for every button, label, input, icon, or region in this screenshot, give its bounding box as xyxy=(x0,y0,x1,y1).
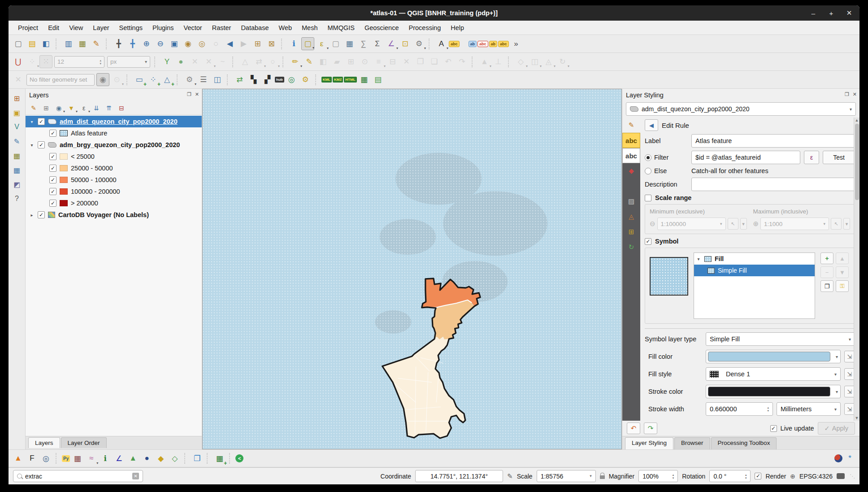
layer-visibility-checkbox[interactable]: ✓ xyxy=(38,118,45,125)
todo-list-icon[interactable]: ☰ xyxy=(197,73,210,86)
redo-icon[interactable]: ↷ xyxy=(456,55,469,68)
enable-tracing-icon[interactable]: ▲▾ xyxy=(478,55,491,68)
vertex-delete-icon[interactable]: ✕ xyxy=(188,55,201,68)
layer-visibility-checkbox[interactable]: ✓ xyxy=(49,165,56,172)
menu-raster[interactable]: Raster xyxy=(207,22,236,34)
remove-layer-icon[interactable]: ⊟ xyxy=(116,103,127,113)
zoom-to-selection-icon[interactable]: ◎ xyxy=(195,37,208,50)
rotation-spin[interactable]: 0.0 ° ▴▾ xyxy=(709,470,751,482)
menu-mmqgis[interactable]: MMQGIS xyxy=(323,22,360,34)
menu-settings[interactable]: Settings xyxy=(114,22,148,34)
zoom-native-icon[interactable]: ◌ xyxy=(209,37,222,50)
zoom-to-filter-icon[interactable]: ⊙▾ xyxy=(110,73,123,86)
split-features-icon[interactable]: ◫▾ xyxy=(528,55,541,68)
new-map-view-icon[interactable]: ⊞ xyxy=(251,37,264,50)
duplicate-symbol-layer-button[interactable]: ❐ xyxy=(820,280,833,292)
symbol-layer-type-combo[interactable]: Simple Fill ▾ xyxy=(706,332,855,346)
attribute-grid-icon[interactable]: ▦ xyxy=(71,452,84,465)
show-hide-labels-icon[interactable]: abc xyxy=(498,41,509,47)
pan-map-icon[interactable]: ╋ xyxy=(112,37,125,50)
terrain-profile-icon[interactable]: ▲ xyxy=(126,452,139,465)
globe-earth-icon[interactable]: ● xyxy=(140,452,153,465)
layer-visibility-checkbox[interactable]: ✓ xyxy=(49,188,56,195)
render-checkbox[interactable]: ✓ xyxy=(755,473,761,479)
collapse-all-icon[interactable]: ⇈ xyxy=(103,103,115,113)
statistical-summary-icon[interactable]: Σ xyxy=(371,37,384,50)
layer-visibility-checkbox[interactable]: ✓ xyxy=(49,130,56,137)
tab-layers[interactable]: Layers xyxy=(28,437,60,448)
deselect-features-icon[interactable]: ▢ xyxy=(329,37,342,50)
messages-icon[interactable] xyxy=(837,473,845,479)
tab-processing-toolbox[interactable]: Processing Toolbox xyxy=(711,437,777,449)
clear-search-icon[interactable]: ✕ xyxy=(132,473,139,479)
qgis2threejs-icon[interactable]: ◆ xyxy=(154,452,167,465)
undo-icon[interactable]: ↶ xyxy=(442,55,455,68)
vertex-editor-icon[interactable]: ⊙ xyxy=(358,55,371,68)
stroke-color-button[interactable]: ▾ xyxy=(706,385,841,398)
zoom-last-icon[interactable]: ◀ xyxy=(223,37,236,50)
move-up-button[interactable]: ▲ xyxy=(836,253,849,264)
float-panel-icon[interactable]: ❐ xyxy=(187,91,191,97)
layer-visibility-checkbox[interactable]: ✓ xyxy=(38,141,45,148)
new-virtual-layer-icon[interactable]: ▦ xyxy=(11,150,23,161)
minimize-button[interactable]: – xyxy=(809,9,817,17)
field-calculator-icon[interactable]: ∑ xyxy=(357,37,370,50)
options-wrench-icon[interactable]: ⚙▾ xyxy=(183,73,196,86)
osm-place-search-icon[interactable]: ◎ xyxy=(39,452,52,465)
highlight-labels-icon[interactable]: abc xyxy=(477,41,488,47)
rotate-feature-icon[interactable]: ↻▾ xyxy=(556,55,569,68)
layer-tree-item[interactable]: ✓50000 - 100000 xyxy=(26,174,202,186)
coordinate-input[interactable]: 14.7751°, 121.1374° xyxy=(415,470,503,482)
checker-green-icon[interactable]: ▦ xyxy=(358,73,371,86)
kml-badge-icon[interactable]: KML xyxy=(321,77,332,83)
menu-vector[interactable]: Vector xyxy=(179,22,207,34)
toolbar-overflow-icon[interactable]: » xyxy=(510,37,523,50)
diagram-options-icon[interactable] xyxy=(460,40,468,48)
tab-layer-styling[interactable]: Layer Styling xyxy=(625,437,673,449)
panel-layout-icon[interactable]: ◫ xyxy=(211,73,224,86)
fill-color-button[interactable]: ▾ xyxy=(706,350,841,363)
layout-manager-icon[interactable]: ▦ xyxy=(76,37,89,50)
vertical-scrollbar[interactable]: ▲ ▼ xyxy=(854,118,859,421)
plot-tool-icon[interactable]: ∠ xyxy=(113,452,126,465)
layer-tree-item[interactable]: ✓25000 - 50000 xyxy=(26,162,202,174)
label-toolbar-icon[interactable]: abc xyxy=(449,41,460,47)
style-manager-icon[interactable]: ✎ xyxy=(90,37,103,50)
expander-icon[interactable]: ▸ xyxy=(29,213,35,218)
menu-edit[interactable]: Edit xyxy=(43,22,64,34)
diagrams-tab-icon[interactable] xyxy=(622,179,640,194)
save-edits-icon[interactable]: ◧ xyxy=(317,55,330,68)
zoom-full-icon[interactable]: ▣ xyxy=(168,37,181,50)
layer-tree-item[interactable]: ▾✓adm_brgy_quezon_city_pop2000_2020 xyxy=(26,139,202,151)
live-update-checkbox[interactable]: ✓ xyxy=(770,425,777,432)
magnifier-spin[interactable]: 100% ▴▾ xyxy=(638,470,678,482)
hub-badge-icon[interactable]: hub xyxy=(275,77,284,83)
move-feature-icon[interactable]: ⇄▾ xyxy=(252,55,265,68)
pan-to-selection-icon[interactable]: ╋ xyxy=(126,37,139,50)
swap-arrows-icon[interactable]: ⇄ xyxy=(233,73,246,86)
remove-symbol-layer-button[interactable]: − xyxy=(820,266,833,278)
menu-processing[interactable]: Processing xyxy=(404,22,446,34)
copy-features-icon[interactable]: ❐ xyxy=(414,55,427,68)
layer-tree-item[interactable]: ✓100000 - 200000 xyxy=(26,186,202,197)
locator-search-input[interactable]: extrac ✕ xyxy=(13,470,143,482)
identify-features-icon[interactable]: ℹ xyxy=(287,37,300,50)
undo-style-button[interactable]: ↶ xyxy=(627,422,640,434)
layer-tree-item[interactable]: ✓> 200000 xyxy=(26,197,202,209)
elevation-tab-icon[interactable]: ◬ xyxy=(622,209,640,224)
search-layers-icon[interactable]: ◎ xyxy=(285,73,298,86)
reshape-features-icon[interactable]: ◇▾ xyxy=(514,55,527,68)
tab-layer-order[interactable]: Layer Order xyxy=(61,437,107,448)
value-tool-icon[interactable]: ℹ xyxy=(99,452,112,465)
view-3d-tab-icon[interactable]: ◆ xyxy=(622,163,640,179)
zoom-to-layer-icon[interactable]: ◉ xyxy=(182,37,195,50)
checker-dark-icon[interactable]: ▚ xyxy=(247,73,260,86)
crs-label[interactable]: EPSG:4326 xyxy=(799,473,833,480)
filter-radio[interactable] xyxy=(645,154,651,161)
digitize-polygon-icon[interactable]: ▰ xyxy=(330,55,343,68)
new-project-icon[interactable]: ▢ xyxy=(12,37,25,50)
circle-ellipse-icon[interactable]: ○▾ xyxy=(266,55,279,68)
history-tab-icon[interactable]: ↻ xyxy=(622,239,640,255)
rule-label-input[interactable]: Atlas feature xyxy=(691,134,855,148)
back-button[interactable]: ◀ xyxy=(645,119,658,131)
